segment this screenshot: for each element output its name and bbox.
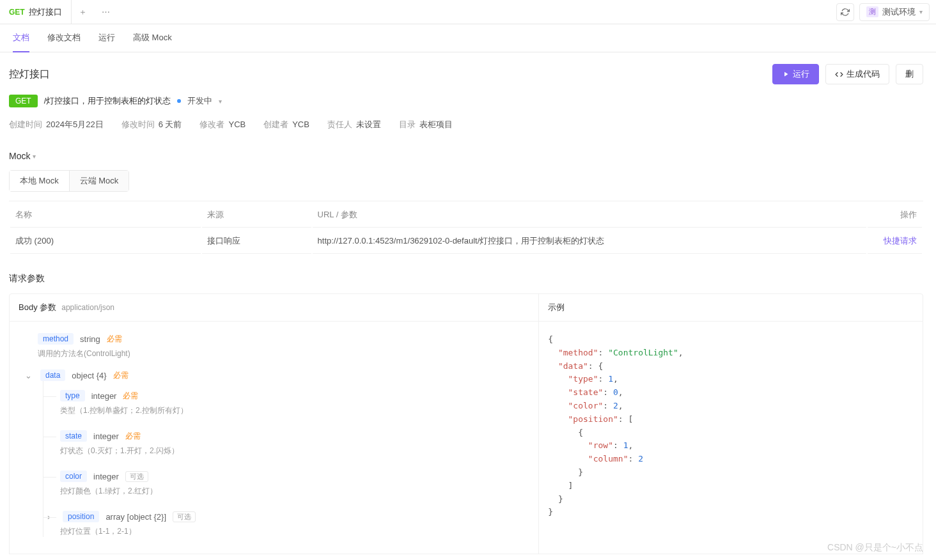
mock-table: 名称 来源 URL / 参数 操作 成功 (200) 接口响应 http://1… xyxy=(9,201,923,255)
code-icon xyxy=(835,70,843,79)
tab-edit[interactable]: 修改文档 xyxy=(47,24,81,52)
mock-tab-local[interactable]: 本地 Mock xyxy=(10,171,70,191)
tab-run[interactable]: 运行 xyxy=(98,24,115,52)
method-tag: GET xyxy=(9,95,38,107)
prop-state[interactable]: state xyxy=(60,430,87,442)
collapse-icon[interactable]: ⌄ xyxy=(25,371,34,380)
request-params-title: 请求参数 xyxy=(9,273,923,284)
tab-more-button[interactable]: ⋯ xyxy=(95,7,118,17)
chevron-down-icon: ▾ xyxy=(919,8,923,15)
example-json: { "method": "ControlLight", "data": { "t… xyxy=(539,322,923,554)
refresh-icon xyxy=(841,8,850,17)
top-bar: GET 控灯接口 ＋ ⋯ 测 测试环境 ▾ xyxy=(0,0,936,24)
prop-method[interactable]: method xyxy=(38,333,74,345)
play-icon xyxy=(782,70,790,78)
mock-section-title[interactable]: Mock ▾ xyxy=(9,151,923,161)
tab-method: GET xyxy=(9,8,25,17)
refresh-button[interactable] xyxy=(836,3,854,21)
api-status: 开发中 xyxy=(187,95,212,107)
col-name: 名称 xyxy=(10,203,201,228)
example-label: 示例 xyxy=(548,302,565,312)
col-source: 来源 xyxy=(202,203,311,228)
table-row: 成功 (200) 接口响应 http://127.0.0.1:4523/m1/3… xyxy=(10,229,922,254)
chevron-down-icon[interactable]: ▾ xyxy=(219,98,222,105)
prop-type[interactable]: type xyxy=(60,390,85,401)
environment-selector[interactable]: 测 测试环境 ▾ xyxy=(859,3,930,21)
meta-row: 创建时间2024年5月22日 修改时间6 天前 修改者YCB 创建者YCB 责任… xyxy=(9,119,923,130)
api-path: /灯控接口，用于控制表柜的灯状态 xyxy=(44,95,171,107)
mock-tab-cloud[interactable]: 云端 Mock xyxy=(70,171,129,191)
mock-tabs: 本地 Mock 云端 Mock xyxy=(9,170,129,192)
quick-request-link[interactable]: 快捷请求 xyxy=(868,229,922,254)
prop-position[interactable]: position xyxy=(63,511,99,522)
tab-mock[interactable]: 高级 Mock xyxy=(133,24,172,52)
col-op: 操作 xyxy=(868,203,922,228)
body-params-label: Body 参数 xyxy=(19,302,56,312)
env-badge: 测 xyxy=(866,6,878,17)
status-dot-icon xyxy=(177,99,181,103)
add-tab-button[interactable]: ＋ xyxy=(72,6,95,18)
col-url: URL / 参数 xyxy=(313,203,866,228)
delete-button[interactable]: 删 xyxy=(896,64,923,84)
env-label: 测试环境 xyxy=(882,6,916,18)
prop-data[interactable]: data xyxy=(40,369,65,381)
run-button[interactable]: 运行 xyxy=(772,64,819,84)
prop-color[interactable]: color xyxy=(60,471,87,482)
tab-title: 控灯接口 xyxy=(29,6,62,18)
schema-tree: method string 必需 调用的方法名(ControlLight) ⌄ … xyxy=(10,322,539,554)
generate-code-button[interactable]: 生成代码 xyxy=(825,64,889,84)
main-tabs: 文档 修改文档 运行 高级 Mock xyxy=(0,24,936,52)
expand-icon[interactable]: › xyxy=(47,512,56,522)
watermark: CSDN @只是个~小不点 xyxy=(827,542,923,554)
content-type: application/json xyxy=(61,303,114,312)
chevron-down-icon: ▾ xyxy=(33,153,36,160)
tab-doc[interactable]: 文档 xyxy=(13,24,29,52)
editor-tab[interactable]: GET 控灯接口 xyxy=(0,0,72,24)
page-title: 控灯接口 xyxy=(9,68,50,81)
